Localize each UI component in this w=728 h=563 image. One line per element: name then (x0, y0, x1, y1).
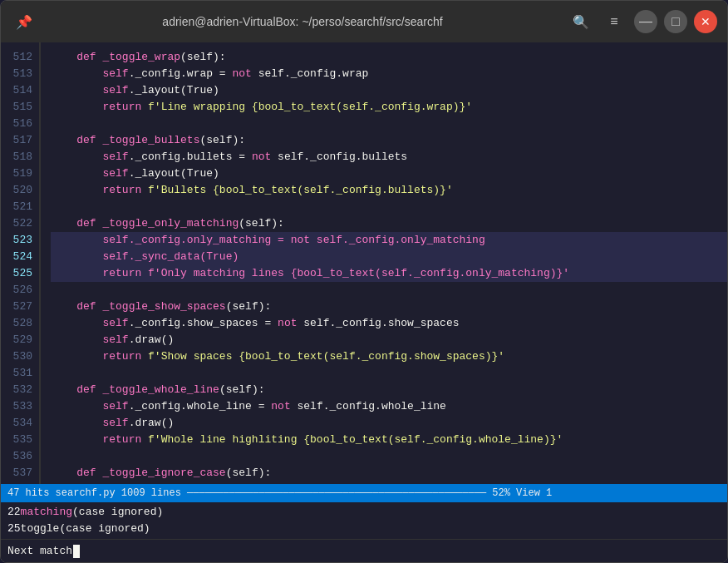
minimize-icon: — (639, 14, 652, 29)
table-row: def _toggle_bullets(self): (51, 132, 727, 149)
table-row: return f'Whole line highliting {bool_to_… (51, 432, 727, 448)
table-row: self._config.wrap = not self._config.wra… (51, 66, 727, 82)
hit-count: 22 (7, 504, 21, 521)
table-row: self.draw() (51, 415, 727, 432)
table-row: self._config.whole_line = not self._conf… (51, 398, 727, 415)
pin-button[interactable]: 📌 (11, 8, 37, 35)
toggle-label: toggle (21, 521, 60, 537)
status-bar: 47 hits searchf.py 1009 lines ——————————… (1, 484, 727, 502)
maximize-icon: □ (671, 14, 680, 29)
title-bar-left: 📌 (11, 8, 37, 35)
table-row (51, 448, 727, 465)
title-bar: 📌 adrien@adrien-VirtualBox: ~/perso/sear… (1, 1, 727, 42)
search-result-1: 22 matching (case ignored) (7, 504, 727, 521)
cmd-line[interactable]: Next match (1, 539, 727, 562)
menu-button[interactable]: ≡ (601, 8, 627, 35)
table-row: return f'Show spaces {bool_to_text(self.… (51, 348, 727, 365)
pin-icon: 📌 (16, 14, 32, 30)
close-icon: ✕ (701, 15, 711, 28)
close-button[interactable]: ✕ (694, 10, 717, 33)
minimize-button[interactable]: — (634, 10, 657, 33)
window-title: adrien@adrien-VirtualBox: ~/perso/search… (37, 15, 568, 28)
table-row: self._layout(True) (51, 165, 727, 182)
case-info-2: (case ignored) (59, 521, 150, 537)
code-view: 5125135145155165175185195205215225235245… (1, 42, 727, 484)
table-row (51, 116, 727, 132)
main-window: 📌 adrien@adrien-VirtualBox: ~/perso/sear… (0, 0, 728, 563)
table-row: self._config.show_spaces = not self._con… (51, 315, 727, 332)
cmd-text: Next match (7, 545, 72, 557)
case-info-1: (case ignored) (72, 504, 163, 521)
search-icon: 🔍 (573, 14, 589, 30)
title-bar-right: 🔍 ≡ — □ ✕ (568, 8, 717, 35)
table-row: def _toggle_show_spaces(self): (51, 299, 727, 315)
maximize-button[interactable]: □ (664, 10, 687, 33)
table-row: return f'Line wrapping {bool_to_text(sel… (51, 99, 727, 116)
table-row (51, 282, 727, 299)
table-row: return f'Bullets {bool_to_text(self._con… (51, 182, 727, 199)
search-button[interactable]: 🔍 (568, 8, 594, 35)
table-row (51, 365, 727, 382)
menu-icon: ≡ (610, 14, 617, 29)
cursor (73, 545, 80, 558)
table-row: self._sync_data(True) (51, 249, 727, 265)
table-row: self._layout(True) (51, 82, 727, 99)
table-row: def _toggle_wrap(self): (51, 49, 727, 66)
code-content: def _toggle_wrap(self): self._config.wra… (41, 42, 727, 484)
editor-area: 5125135145155165175185195205215225235245… (1, 42, 727, 562)
toggle-count: 25 (7, 521, 21, 537)
table-row: self._config.only_matching = not self._c… (51, 232, 727, 249)
table-row: def _toggle_whole_line(self): (51, 382, 727, 398)
line-numbers: 5125135145155165175185195205215225235245… (1, 42, 41, 484)
search-results-bar: 22 matching (case ignored) 25 toggle (ca… (1, 502, 727, 539)
table-row (51, 199, 727, 215)
table-row: return f'Only matching lines {bool_to_te… (51, 265, 727, 282)
table-row: def _toggle_ignore_case(self): (51, 465, 727, 482)
table-row: self._config.bullets = not self._config.… (51, 149, 727, 165)
table-row: def _toggle_only_matching(self): (51, 215, 727, 232)
table-row: self.draw() (51, 332, 727, 348)
matching-label: matching (21, 504, 72, 521)
status-text: 47 hits searchf.py 1009 lines ——————————… (7, 487, 721, 499)
search-result-2: 25 toggle (case ignored) (7, 521, 727, 537)
